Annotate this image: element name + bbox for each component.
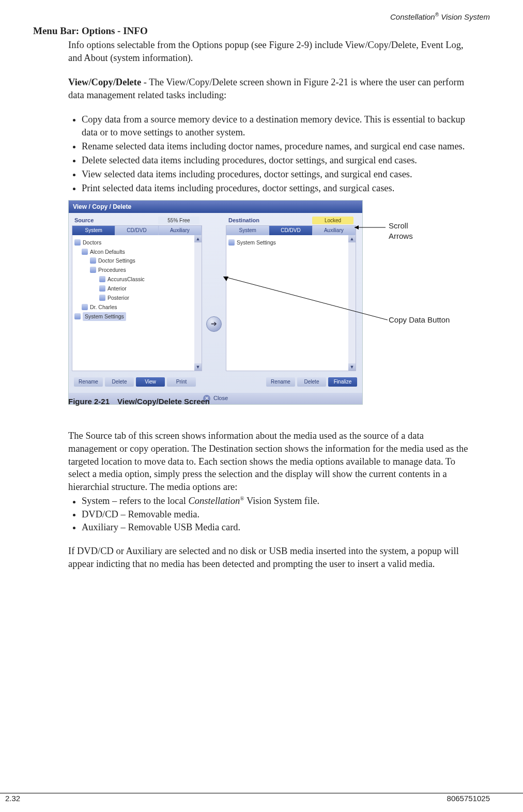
scroll-up-icon[interactable]: ▲ — [348, 235, 356, 242]
source-toolbar: Rename Delete View Print — [72, 375, 198, 387]
destination-tabs: System CD/DVD Auxiliary — [226, 226, 356, 235]
destination-toolbar: Rename Delete Finalize — [264, 375, 359, 387]
tree-doctor-settings[interactable]: Doctor Settings — [74, 256, 199, 266]
destination-scrollbar[interactable]: ▲ ▼ — [348, 235, 356, 371]
para-media-intro: The Source tab of this screen shows info… — [68, 430, 471, 494]
locked-badge: Locked — [312, 217, 353, 225]
media-dvd: DVD/CD – Removable media. — [82, 508, 471, 521]
destination-tree: System Settings — [226, 235, 356, 251]
intro-paragraph: Info options selectable from the Options… — [68, 39, 471, 65]
vcd-window: View / Copy / Delete Source 55% Free Sys… — [68, 200, 363, 405]
figure-2-21: View / Copy / Delete Source 55% Free Sys… — [68, 200, 490, 407]
source-tree: Doctors Alcon Defaults Doctor Settings P… — [72, 235, 202, 325]
callout-scroll-arrows: Scroll Arrows — [389, 221, 430, 242]
source-tabs: System CD/DVD Auxiliary — [72, 226, 202, 235]
reg-mark: ® — [435, 12, 439, 18]
vcd-label: View/Copy/Delete — [68, 77, 141, 87]
destination-label: Destination — [228, 217, 259, 224]
feature-bullets: Copy data from a source memory device to… — [68, 113, 471, 195]
tree-alcon-defaults[interactable]: Alcon Defaults — [74, 248, 199, 257]
source-label: Source — [74, 217, 94, 224]
tab-system[interactable]: System — [226, 226, 269, 235]
view-button[interactable]: View — [136, 377, 165, 387]
source-scrollbar[interactable]: ▲ ▼ — [194, 235, 202, 371]
delete-button[interactable]: Delete — [297, 377, 326, 387]
page-footer: 2.32 8065751025 — [0, 793, 523, 804]
bullet-2: Rename selected data items including doc… — [82, 140, 471, 153]
media-options-list: System – refers to the local Constellati… — [68, 495, 471, 533]
tree-doctors[interactable]: Doctors — [74, 238, 199, 248]
footer-left: 2.32 — [5, 793, 20, 804]
scroll-up-icon[interactable]: ▲ — [194, 235, 202, 242]
product-name: Constellation — [390, 12, 435, 21]
copy-data-button[interactable]: ➔ — [206, 316, 222, 332]
tree-anterior[interactable]: Anterior — [74, 284, 199, 294]
tree-posterior[interactable]: Posterior — [74, 294, 199, 303]
print-button[interactable]: Print — [167, 377, 196, 387]
delete-button[interactable]: Delete — [105, 377, 134, 387]
rename-button[interactable]: Rename — [74, 377, 103, 387]
rename-button[interactable]: Rename — [266, 377, 295, 387]
tree-accurusclassic[interactable]: AccurusClassic — [74, 275, 199, 284]
tab-auxiliary[interactable]: Auxiliary — [159, 226, 202, 235]
tree-dr-charles[interactable]: Dr. Charles — [74, 303, 199, 312]
media-aux: Auxiliary – Removable USB Media card. — [82, 521, 471, 534]
running-header: Constellation® Vision System — [33, 11, 490, 22]
close-label: Close — [213, 394, 228, 402]
bullet-1: Copy data from a source memory device to… — [82, 113, 471, 139]
tree-system-settings[interactable]: System Settings — [228, 238, 353, 248]
tab-cddvd[interactable]: CD/DVD — [269, 226, 312, 235]
bullet-5: Print selected data items including proc… — [82, 182, 471, 195]
callout-copy-button: Copy Data Button — [389, 315, 451, 325]
source-pane: Source 55% Free System CD/DVD Auxiliary … — [72, 225, 202, 371]
media-system: System – refers to the local Constellati… — [82, 495, 471, 508]
tab-cddvd[interactable]: CD/DVD — [115, 226, 158, 235]
vcd-paragraph: View/Copy/Delete - The View/Copy/Delete … — [68, 76, 471, 102]
tree-system-settings[interactable]: System Settings — [74, 312, 199, 321]
window-title: View / Copy / Delete — [69, 201, 362, 213]
footer-right: 8065751025 — [447, 793, 490, 804]
tab-system[interactable]: System — [72, 226, 115, 235]
free-space-badge: 55% Free — [158, 217, 199, 225]
figure-caption: Figure 2-21 View/Copy/Delete Screen — [68, 396, 210, 407]
para-no-media: If DVD/CD or Auxiliary are selected and … — [68, 545, 471, 571]
finalize-button[interactable]: Finalize — [328, 377, 357, 387]
scroll-down-icon[interactable]: ▼ — [348, 363, 356, 371]
tree-procedures[interactable]: Procedures — [74, 266, 199, 275]
tab-auxiliary[interactable]: Auxiliary — [313, 226, 356, 235]
scroll-down-icon[interactable]: ▼ — [194, 363, 202, 371]
page-title: Menu Bar: Options - INFO — [33, 24, 490, 38]
destination-pane: Destination Locked System CD/DVD Auxilia… — [226, 225, 356, 371]
product-suffix: Vision System — [439, 12, 490, 21]
bullet-3: Delete selected data items including pro… — [82, 154, 471, 167]
bullet-4: View selected data items including proce… — [82, 168, 471, 181]
